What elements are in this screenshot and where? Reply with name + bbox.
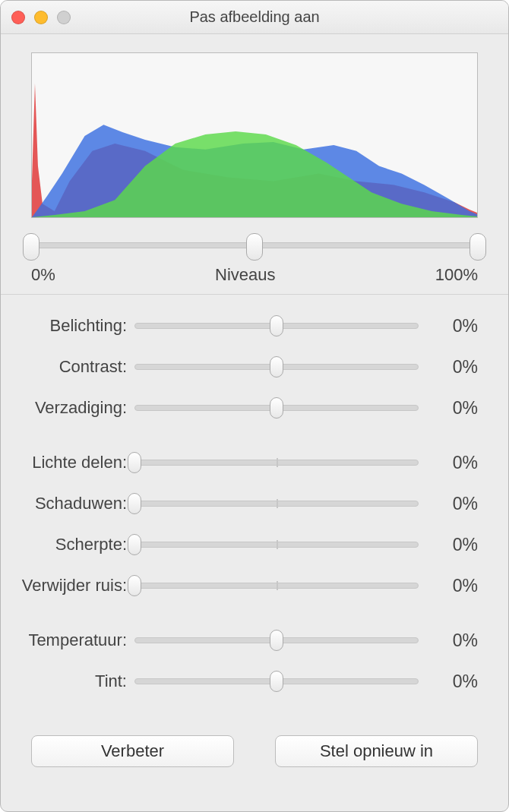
- shadows-slider[interactable]: [134, 493, 419, 514]
- contrast-slider[interactable]: [134, 356, 419, 378]
- slider-row-saturation: Verzadiging:0%: [8, 387, 478, 428]
- levels-left-label: 0%: [31, 265, 55, 285]
- reset-button[interactable]: Stel opnieuw in: [275, 735, 478, 767]
- levels-center-label: Niveaus: [215, 265, 275, 285]
- levels-slider[interactable]: [31, 233, 478, 261]
- shadows-thumb[interactable]: [128, 493, 141, 514]
- highlights-label: Lichte delen:: [8, 453, 134, 472]
- adjust-image-window: Pas afbeelding aan 0% Niveaus 100% Belic…: [0, 0, 509, 812]
- denoise-value: 0%: [419, 576, 478, 596]
- tint-value: 0%: [419, 671, 478, 692]
- histogram: [31, 52, 478, 218]
- highlights-thumb[interactable]: [128, 452, 141, 473]
- contrast-label: Contrast:: [8, 357, 134, 377]
- exposure-value: 0%: [419, 316, 478, 336]
- minimize-icon[interactable]: [34, 11, 48, 24]
- slider-row-sharpen: Scherpte:0%: [8, 524, 478, 565]
- enhance-button[interactable]: Verbeter: [31, 735, 234, 767]
- shadows-value: 0%: [419, 494, 478, 514]
- sharpen-value: 0%: [419, 535, 478, 555]
- levels-white-handle[interactable]: [469, 233, 486, 261]
- sliders-panel: Belichting:0%Contrast:0%Verzadiging:0%Li…: [1, 295, 508, 709]
- denoise-thumb[interactable]: [128, 575, 141, 596]
- exposure-label: Belichting:: [8, 316, 134, 336]
- slider-row-contrast: Contrast:0%: [8, 346, 478, 387]
- saturation-value: 0%: [419, 398, 478, 419]
- levels-labels: 0% Niveaus 100%: [31, 265, 478, 285]
- highlights-slider[interactable]: [134, 452, 419, 473]
- slider-row-denoise: Verwijder ruis:0%: [8, 565, 478, 606]
- slider-row-exposure: Belichting:0%: [8, 305, 478, 346]
- titlebar: Pas afbeelding aan: [1, 1, 508, 34]
- temperature-label: Temperatuur:: [8, 630, 134, 650]
- tint-label: Tint:: [8, 671, 134, 691]
- exposure-slider[interactable]: [134, 315, 419, 336]
- saturation-slider[interactable]: [134, 397, 419, 419]
- exposure-thumb[interactable]: [270, 315, 283, 336]
- slider-row-highlights: Lichte delen:0%: [8, 442, 478, 483]
- levels-mid-handle[interactable]: [246, 233, 263, 261]
- tint-slider[interactable]: [134, 671, 419, 692]
- traffic-lights: [11, 11, 71, 24]
- contrast-value: 0%: [419, 357, 478, 378]
- saturation-thumb[interactable]: [270, 397, 283, 419]
- slider-row-shadows: Schaduwen:0%: [8, 483, 478, 524]
- sharpen-thumb[interactable]: [128, 534, 141, 555]
- levels-black-handle[interactable]: [23, 233, 40, 261]
- slider-row-temperature: Temperatuur:0%: [8, 620, 478, 661]
- contrast-thumb[interactable]: [270, 356, 283, 378]
- denoise-label: Verwijder ruis:: [8, 576, 134, 596]
- sharpen-label: Scherpte:: [8, 535, 134, 554]
- levels-right-label: 100%: [435, 265, 478, 285]
- tint-thumb[interactable]: [270, 671, 283, 692]
- saturation-label: Verzadiging:: [8, 398, 134, 418]
- window-title: Pas afbeelding aan: [1, 8, 508, 26]
- temperature-thumb[interactable]: [270, 630, 283, 651]
- sharpen-slider[interactable]: [134, 534, 419, 555]
- denoise-slider[interactable]: [134, 575, 419, 596]
- slider-row-tint: Tint:0%: [8, 661, 478, 702]
- temperature-value: 0%: [419, 630, 478, 651]
- shadows-label: Schaduwen:: [8, 494, 134, 513]
- zoom-icon: [57, 11, 71, 24]
- temperature-slider[interactable]: [134, 630, 419, 651]
- close-icon[interactable]: [11, 11, 25, 24]
- highlights-value: 0%: [419, 453, 478, 473]
